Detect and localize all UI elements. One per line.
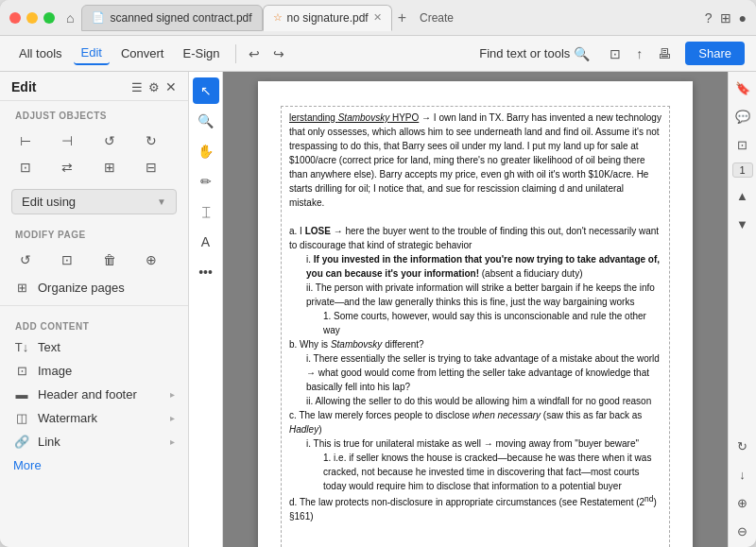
delete-page-icon[interactable]: 🗑 — [95, 248, 124, 272]
adjust-objects-grid: ⊢ ⊣ ↺ ↻ ⊡ ⇄ ⊞ ⊟ — [0, 125, 188, 183]
select-tool-icon[interactable]: ↖ — [193, 77, 219, 104]
search-icon[interactable]: 🔍 — [574, 46, 590, 61]
tab-no-signature[interactable]: ☆ no signature.pdf ✕ — [263, 5, 392, 31]
left-sidebar: Edit ☰ ⚙ ✕ ADJUST OBJECTS ⊢ ⊣ ↺ ↻ ⊡ ⇄ ⊞ … — [0, 72, 189, 547]
link-item[interactable]: 🔗 Link ▸ — [0, 430, 188, 453]
crop-icon[interactable]: ⊡ — [11, 155, 40, 179]
text-select-icon[interactable]: ⌶ — [193, 198, 219, 225]
organize-pages-icon: ⊞ — [13, 281, 30, 295]
text-icon: T↓ — [13, 340, 30, 354]
edit-using-button[interactable]: Edit using ▼ — [11, 189, 177, 214]
maximize-button[interactable] — [43, 12, 55, 24]
pdf-dashed-content: lerstanding Stambovsky HYPO → I own land… — [281, 106, 670, 547]
right-zoom-in-icon[interactable]: ⊕ — [732, 492, 753, 513]
signature-svg — [419, 533, 532, 547]
modify-page-grid: ↺ ⊡ 🗑 ⊕ — [0, 244, 188, 276]
main-window: ⌂ 📄 scanned signed contract.pdf ☆ no sig… — [0, 0, 756, 547]
toolbar-right-icons: ⊡ ↑ 🖶 — [605, 43, 676, 65]
tab-edit[interactable]: Edit — [74, 42, 110, 65]
create-button[interactable]: Create — [412, 9, 461, 27]
sidebar-settings-icon[interactable]: ☰ — [131, 80, 143, 94]
right-download-icon[interactable]: ↓ — [732, 464, 753, 485]
header-footer-item[interactable]: ▬ Header and footer ▸ — [0, 383, 188, 406]
scan-icon[interactable]: ⊡ — [605, 43, 626, 65]
tab-close-button[interactable]: ✕ — [373, 11, 382, 24]
align-left-icon[interactable]: ⊢ — [11, 128, 40, 153]
search-label: Find text or tools — [479, 46, 570, 60]
sidebar-close-button[interactable]: ✕ — [165, 79, 177, 94]
link-arrow-icon: ▸ — [170, 436, 175, 447]
right-page-number: 1 — [732, 162, 753, 178]
annotation-icon[interactable]: ✏ — [193, 168, 219, 195]
text-label: Text — [38, 340, 60, 354]
zoom-in-tool-icon[interactable]: 🔍 — [193, 108, 219, 134]
account-icon[interactable]: ● — [739, 10, 747, 26]
tab1-label: scanned signed contract.pdf — [110, 11, 251, 25]
add-text-item[interactable]: T↓ Text — [0, 335, 188, 359]
close-button[interactable] — [9, 12, 21, 24]
traffic-lights — [9, 12, 55, 24]
extract-icon[interactable]: ⊡ — [53, 248, 81, 272]
right-layers-icon[interactable]: ⊡ — [732, 134, 753, 155]
redo-obj-icon[interactable]: ↻ — [137, 128, 165, 153]
share-button[interactable]: Share — [685, 42, 745, 65]
sidebar-options-icon[interactable]: ⚙ — [148, 80, 160, 94]
print-icon[interactable]: 🖶 — [653, 43, 676, 65]
undo-button[interactable]: ↩ — [244, 43, 265, 65]
tab-all-tools[interactable]: All tools — [11, 43, 70, 64]
pdf-page: lerstanding Stambovsky HYPO → I own land… — [258, 81, 693, 547]
insert-page-icon[interactable]: ⊕ — [137, 248, 165, 272]
toolbar-search[interactable]: Find text or tools 🔍 — [479, 46, 590, 61]
help-icon[interactable]: ? — [705, 10, 713, 26]
pdf-area[interactable]: lerstanding Stambovsky HYPO → I own land… — [223, 72, 728, 547]
align-center-h-icon[interactable]: ⊣ — [53, 128, 81, 153]
undo-obj-icon[interactable]: ↺ — [95, 128, 124, 153]
center-toolbar: ↖ 🔍 ✋ ✏ ⌶ A ••• — [189, 72, 223, 547]
link-icon: 🔗 — [13, 435, 30, 449]
add-image-item[interactable]: ⊡ Image — [0, 359, 188, 383]
tab-scanned-contract[interactable]: 📄 scanned signed contract.pdf — [81, 5, 262, 31]
watermark-icon: ◫ — [13, 411, 30, 425]
distribute-icon[interactable]: ⊟ — [137, 155, 165, 179]
right-refresh-icon[interactable]: ↻ — [732, 436, 753, 456]
arrange-icon[interactable]: ⊞ — [95, 155, 124, 179]
more-tools-icon[interactable]: ••• — [193, 259, 219, 285]
organize-pages-item[interactable]: ⊞ Organize pages — [0, 276, 188, 299]
watermark-item[interactable]: ◫ Watermark ▸ — [0, 406, 188, 430]
right-zoom-out-icon[interactable]: ⊖ — [732, 521, 753, 541]
flip-icon[interactable]: ⇄ — [53, 155, 81, 179]
home-icon[interactable]: ⌂ — [66, 10, 74, 26]
adjust-objects-header: ADJUST OBJECTS — [0, 101, 188, 125]
right-panel: 🔖 💬 ⊡ 1 ▲ ▼ ↻ ↓ ⊕ ⊖ — [728, 72, 756, 547]
titlebar-tabs: 📄 scanned signed contract.pdf ☆ no signa… — [81, 5, 704, 31]
right-nav-up-icon[interactable]: ▲ — [732, 185, 753, 206]
link-label: Link — [38, 435, 60, 449]
signature-area — [289, 533, 662, 547]
grid-icon[interactable]: ⊞ — [720, 10, 731, 26]
right-comment-icon[interactable]: 💬 — [732, 106, 753, 127]
redo-button[interactable]: ↪ — [268, 43, 289, 65]
more-item[interactable]: More — [0, 453, 188, 477]
minimize-button[interactable] — [26, 12, 38, 24]
tab-convert[interactable]: Convert — [113, 43, 172, 64]
hand-tool-icon[interactable]: ✋ — [193, 138, 219, 164]
sidebar-panel-title: Edit ☰ ⚙ ✕ — [0, 72, 188, 101]
watermark-arrow-icon: ▸ — [170, 413, 175, 423]
new-tab-button[interactable]: + — [392, 9, 412, 26]
rotate-left-icon[interactable]: ↺ — [11, 248, 40, 272]
main-area: Edit ☰ ⚙ ✕ ADJUST OBJECTS ⊢ ⊣ ↺ ↻ ⊡ ⇄ ⊞ … — [0, 72, 756, 547]
markup-icon[interactable]: A — [193, 229, 219, 255]
pdf-icon2: ☆ — [273, 11, 283, 24]
image-icon: ⊡ — [13, 364, 30, 378]
right-bookmark-icon[interactable]: 🔖 — [732, 77, 753, 98]
watermark-label: Watermark — [38, 411, 97, 425]
edit-using-label: Edit using — [22, 195, 76, 209]
add-content-header: ADD CONTENT — [0, 312, 188, 335]
titlebar: ⌂ 📄 scanned signed contract.pdf ☆ no sig… — [0, 0, 756, 36]
tab-esign[interactable]: E-Sign — [175, 43, 227, 64]
upload-icon[interactable]: ↑ — [631, 43, 647, 65]
right-nav-down-icon[interactable]: ▼ — [732, 214, 753, 234]
pdf-text-content: lerstanding Stambovsky HYPO → I own land… — [289, 111, 662, 523]
toolbar-separator — [235, 44, 236, 63]
section-divider — [0, 305, 188, 306]
